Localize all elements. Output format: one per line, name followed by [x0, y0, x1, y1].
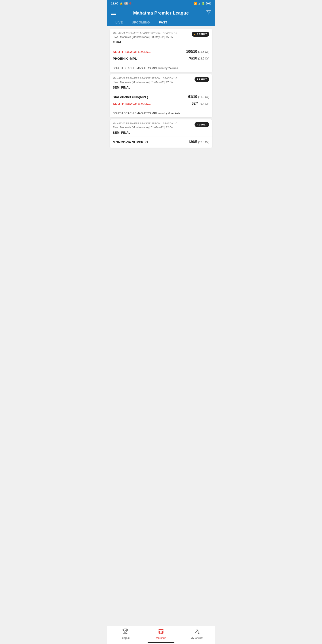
league-name-1: MAHATMA PREMIERE LEAGUE SPECIAL SEASON 1…: [113, 32, 192, 34]
score-row-2-1: SOUTH BEACH SMAS... 62/4 (9.4 Ov): [113, 100, 209, 107]
team-name-3-0: MONROVIA SUPER KI...: [113, 140, 150, 144]
team-name-2-0: Star cricket club(MPL): [113, 95, 148, 99]
score-val-1-1: 76/10 (13.5 Ov): [188, 56, 209, 60]
svg-marker-0: [206, 11, 211, 14]
team-name-1-0: SOUTH BEACH SMAS...: [113, 50, 151, 54]
match-scores-2: Star cricket club(MPL) 61/10 (11.0 Ov) S…: [110, 91, 212, 109]
battery-icon: 🔋: [202, 2, 205, 5]
team-name-1-1: PHOENIX -MPL: [113, 56, 137, 60]
match-scores-1: SOUTH BEACH SMAS... 100/10 (11.5 Ov) PHO…: [110, 46, 212, 64]
match-result-1: SOUTH BEACH SMASHERS MPL won by 24 runs: [110, 64, 212, 72]
sim-icon: 🔒: [120, 2, 123, 5]
tab-live[interactable]: LIVE: [111, 18, 127, 26]
signal-icon: 📶: [194, 2, 197, 5]
match-type-2: SEMI FINAL: [113, 86, 194, 89]
app-header: Mahatma Premier League: [107, 7, 215, 18]
score-val-1-0: 100/10 (11.5 Ov): [186, 50, 209, 54]
matches-content: MAHATMA PREMIERE LEAGUE SPECIAL SEASON 1…: [107, 26, 215, 170]
match-scores-3: MONROVIA SUPER KI... 130/5 (12.0 Ov): [110, 136, 212, 148]
team-name-2-1: SOUTH BEACH SMAS...: [113, 102, 151, 106]
cb-icon: cb: [124, 2, 128, 5]
result-badge-3: RESULT: [194, 122, 209, 127]
wifi-icon: ▲: [198, 2, 200, 5]
tab-bar: LIVE UPCOMING PAST: [107, 18, 215, 26]
league-name-3: MAHATMA PREMIERE LEAGUE SPECIAL SEASON 1…: [113, 122, 194, 125]
match-header-1: MAHATMA PREMIERE LEAGUE SPECIAL SEASON 1…: [110, 29, 212, 46]
battery-percent: 90%: [206, 2, 211, 5]
match-result-2: SOUTH BEACH SMASHERS MPL won by 6 wicket…: [110, 109, 212, 117]
page-title: Mahatma Premier League: [133, 10, 189, 16]
match-card-1[interactable]: MAHATMA PREMIERE LEAGUE SPECIAL SEASON 1…: [110, 29, 212, 72]
score-row-1-0: SOUTH BEACH SMAS... 100/10 (11.5 Ov): [113, 48, 209, 55]
score-row-3-0: MONROVIA SUPER KI... 130/5 (12.0 Ov): [113, 139, 209, 145]
match-card-3[interactable]: MAHATMA PREMIERE LEAGUE SPECIAL SEASON 1…: [110, 120, 212, 148]
match-card-2[interactable]: MAHATMA PREMIERE LEAGUE SPECIAL SEASON 1…: [110, 74, 212, 117]
match-info-2: Elwa, Monrovia (Montserrado) | 01-May-22…: [113, 80, 194, 84]
status-time: 12:00: [111, 2, 118, 5]
match-header-3: MAHATMA PREMIERE LEAGUE SPECIAL SEASON 1…: [110, 120, 212, 136]
match-info-1: Elwa, Monrovia (Montserrado) | 08-May-22…: [113, 35, 192, 39]
score-row-1-1: PHOENIX -MPL 76/10 (13.5 Ov): [113, 55, 209, 62]
league-name-2: MAHATMA PREMIERE LEAGUE SPECIAL SEASON 1…: [113, 77, 194, 80]
match-type-1: FINAL: [113, 40, 192, 44]
status-bar: 12:00 🔒 cb G 📶 ▲ 🔋 90%: [107, 0, 215, 7]
tab-upcoming[interactable]: UPCOMING: [127, 18, 154, 26]
match-type-3: SEMI FINAL: [113, 131, 194, 134]
g-icon: G: [129, 2, 132, 5]
result-badge-1: ▶ RESULT: [192, 32, 209, 37]
filter-button[interactable]: [206, 10, 211, 16]
menu-button[interactable]: [111, 12, 116, 15]
score-val-3-0: 130/5 (12.0 Ov): [188, 140, 209, 144]
score-row-2-0: Star cricket club(MPL) 61/10 (11.0 Ov): [113, 94, 209, 100]
match-header-2: MAHATMA PREMIERE LEAGUE SPECIAL SEASON 1…: [110, 74, 212, 91]
match-info-3: Elwa, Monrovia (Montserrado) | 01-May-22…: [113, 126, 194, 130]
match-meta-1: MAHATMA PREMIERE LEAGUE SPECIAL SEASON 1…: [113, 32, 192, 44]
status-right: 📶 ▲ 🔋 90%: [194, 2, 211, 5]
score-val-2-1: 62/4 (9.4 Ov): [192, 102, 209, 106]
status-left: 12:00 🔒 cb G: [111, 2, 132, 5]
match-meta-2: MAHATMA PREMIERE LEAGUE SPECIAL SEASON 1…: [113, 77, 194, 89]
result-badge-2: RESULT: [194, 77, 209, 82]
play-icon-1: ▶: [194, 33, 196, 35]
score-val-2-0: 61/10 (11.0 Ov): [188, 95, 209, 99]
match-meta-3: MAHATMA PREMIERE LEAGUE SPECIAL SEASON 1…: [113, 122, 194, 134]
tab-past[interactable]: PAST: [154, 18, 172, 26]
